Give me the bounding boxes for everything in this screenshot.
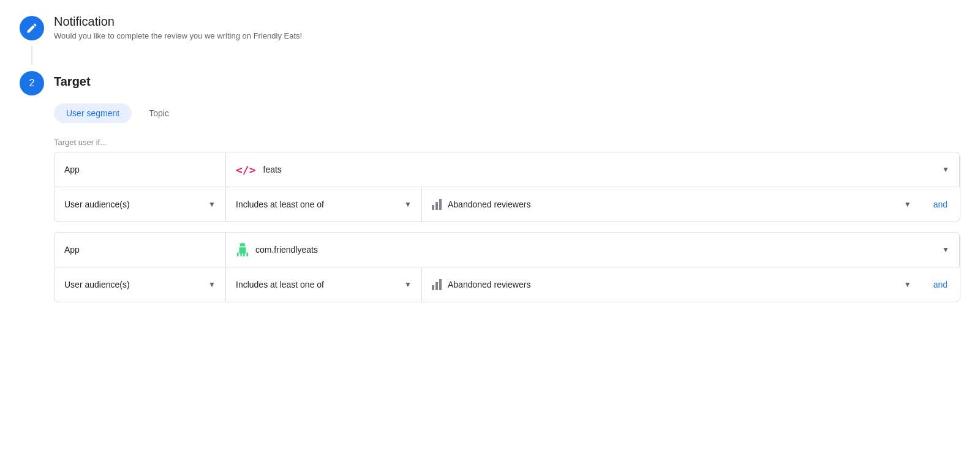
step2-icon: 2 [20,71,44,95]
bar3 [439,279,442,290]
page: Notification Would you like to complete … [0,0,980,462]
filter-row-audience-1: User audience(s) ▼ Includes at least one… [55,187,960,222]
audience-label-cell-2: User audience(s) ▼ [55,267,226,302]
filter-row-app-2: App com.friendlyeats ▼ [55,233,960,267]
condition-label-2: Includes at least one of [236,280,404,289]
step2-content: Target User segment Topic Target user if… [54,70,960,312]
connector-line [31,45,32,65]
step1-content: Notification Would you like to complete … [54,15,960,40]
step1-icon [20,16,44,40]
condition-dropdown-2[interactable]: ▼ [404,280,412,289]
filter-group-1: App </> feats ▼ User audience(s) ▼ [54,152,960,222]
filter-row-app-1: App </> feats ▼ [55,152,960,187]
audience-label-dropdown-2[interactable]: ▼ [208,280,216,289]
audience-label-wrap-1: User audience(s) ▼ [64,199,216,209]
app-value-cell-1: </> feats ▼ [226,152,960,187]
bar2 [435,202,438,210]
app-name-2: com.friendlyeats [255,245,942,255]
app-name-1: feats [263,165,943,174]
filter-row-audience-2: User audience(s) ▼ Includes at least one… [55,267,960,302]
step1-title: Notification [54,15,960,29]
step1-subtitle: Would you like to complete the review yo… [54,31,960,40]
condition-cell-2: Includes at least one of ▼ [226,267,422,302]
code-icon-1: </> [236,163,256,176]
app-label-cell-1: App [55,152,226,187]
tabs-row: User segment Topic [54,103,960,123]
step2-row: 2 Target User segment Topic Target user … [20,70,960,312]
tab-user-segment[interactable]: User segment [54,103,132,123]
audience-value-cell-2: Abandoned reviewers ▼ [422,267,921,302]
bar3 [439,199,442,210]
condition-cell-1: Includes at least one of ▼ [226,187,422,222]
audience-dropdown-2[interactable]: ▼ [904,280,911,289]
target-title: Target [54,75,960,89]
condition-dropdown-1[interactable]: ▼ [404,200,412,209]
app-dropdown-arrow-2[interactable]: ▼ [942,245,949,254]
bar1 [432,285,434,290]
pencil-icon [26,22,38,34]
audience-name-1: Abandoned reviewers [448,199,904,209]
app-label-1: App [64,165,80,174]
android-icon-2 [236,243,249,256]
audience-label-1: User audience(s) [64,199,130,209]
app-label-2: App [64,245,80,255]
step1-row: Notification Would you like to complete … [20,15,960,40]
filter-group-2: App com.friendlyeats ▼ [54,232,960,302]
and-button-1[interactable]: and [921,199,960,209]
audience-label-wrap-2: User audience(s) ▼ [64,280,216,289]
and-button-2[interactable]: and [921,280,960,289]
app-dropdown-arrow-1[interactable]: ▼ [942,165,949,174]
step2-number: 2 [29,78,35,89]
audience-name-2: Abandoned reviewers [448,280,904,289]
audience-dropdown-1[interactable]: ▼ [904,200,911,209]
condition-label-1: Includes at least one of [236,199,404,209]
app-value-cell-2: com.friendlyeats ▼ [226,233,960,267]
target-user-label: Target user if... [54,138,960,147]
audience-label-2: User audience(s) [64,280,130,289]
bar2 [435,282,438,290]
bar-chart-icon-2 [432,279,442,290]
bar-chart-icon-1 [432,199,442,210]
app-label-cell-2: App [55,233,226,267]
tab-topic[interactable]: Topic [137,103,181,123]
bar1 [432,205,434,210]
audience-value-cell-1: Abandoned reviewers ▼ [422,187,921,222]
audience-label-cell-1: User audience(s) ▼ [55,187,226,222]
audience-label-dropdown-1[interactable]: ▼ [208,200,216,209]
